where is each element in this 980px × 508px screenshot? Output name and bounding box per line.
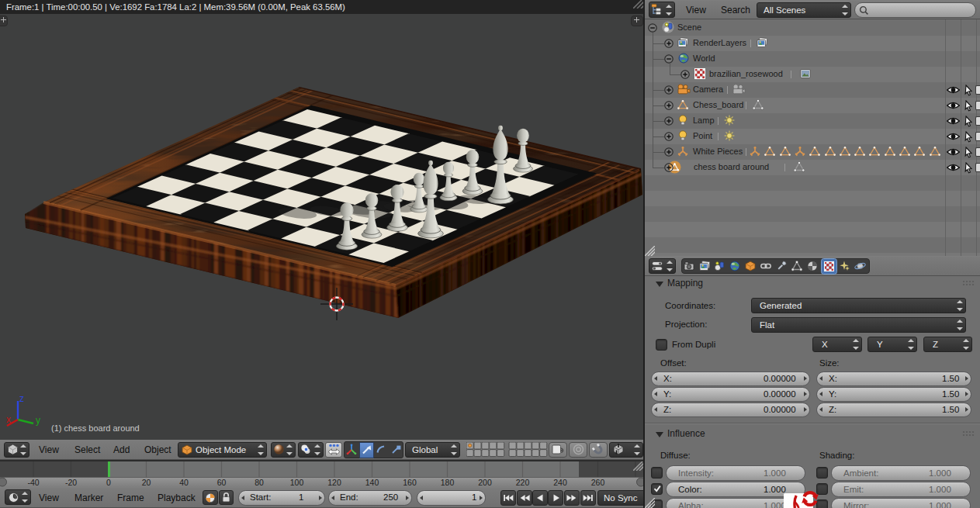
svg-text:160: 160 — [403, 478, 417, 487]
svg-text:240: 240 — [553, 478, 567, 487]
svg-text:140: 140 — [365, 478, 379, 487]
svg-text:40: 40 — [179, 478, 189, 487]
svg-text:80: 80 — [255, 478, 264, 487]
svg-text:0: 0 — [106, 478, 111, 487]
svg-text:z: z — [19, 393, 24, 404]
svg-text:-20: -20 — [65, 478, 77, 487]
svg-text:100: 100 — [290, 478, 304, 487]
svg-text:260: 260 — [591, 478, 605, 487]
svg-text:180: 180 — [441, 478, 455, 487]
svg-text:-40: -40 — [27, 478, 39, 487]
svg-text:220: 220 — [516, 478, 530, 487]
svg-text:200: 200 — [478, 478, 492, 487]
svg-text:120: 120 — [327, 478, 341, 487]
svg-text:20: 20 — [142, 478, 151, 487]
svg-text:60: 60 — [217, 478, 227, 487]
svg-text:x: x — [6, 414, 11, 425]
svg-text:y: y — [36, 415, 40, 426]
